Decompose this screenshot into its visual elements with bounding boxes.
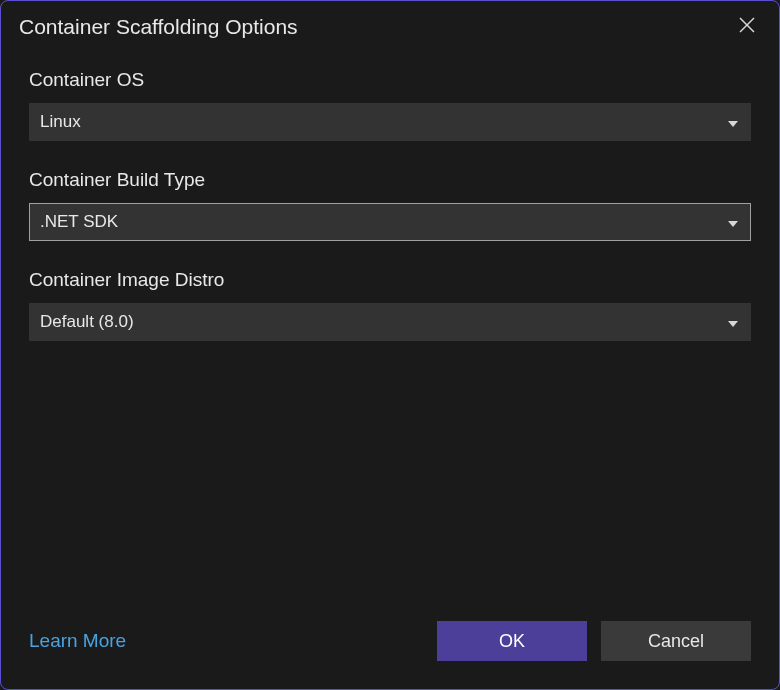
container-scaffolding-dialog: Container Scaffolding Options Container … <box>0 0 780 690</box>
container-build-type-value: .NET SDK <box>40 212 118 232</box>
container-image-distro-group: Container Image Distro Default (8.0) <box>29 269 751 341</box>
container-image-distro-select[interactable]: Default (8.0) <box>29 303 751 341</box>
dialog-content: Container OS Linux Container Build Type … <box>1 49 779 621</box>
dialog-title: Container Scaffolding Options <box>19 15 298 39</box>
titlebar: Container Scaffolding Options <box>1 1 779 49</box>
container-image-distro-label: Container Image Distro <box>29 269 751 291</box>
learn-more-link[interactable]: Learn More <box>29 630 126 652</box>
ok-button[interactable]: OK <box>437 621 587 661</box>
chevron-down-icon <box>728 212 738 232</box>
container-os-select[interactable]: Linux <box>29 103 751 141</box>
container-image-distro-value: Default (8.0) <box>40 312 134 332</box>
chevron-down-icon <box>728 112 738 132</box>
container-os-label: Container OS <box>29 69 751 91</box>
close-button[interactable] <box>733 13 761 41</box>
container-os-value: Linux <box>40 112 81 132</box>
container-build-type-select[interactable]: .NET SDK <box>29 203 751 241</box>
chevron-down-icon <box>728 312 738 332</box>
container-build-type-label: Container Build Type <box>29 169 751 191</box>
close-icon <box>738 16 756 38</box>
dialog-footer: Learn More OK Cancel <box>1 621 779 689</box>
cancel-button[interactable]: Cancel <box>601 621 751 661</box>
container-build-type-group: Container Build Type .NET SDK <box>29 169 751 241</box>
container-os-group: Container OS Linux <box>29 69 751 141</box>
